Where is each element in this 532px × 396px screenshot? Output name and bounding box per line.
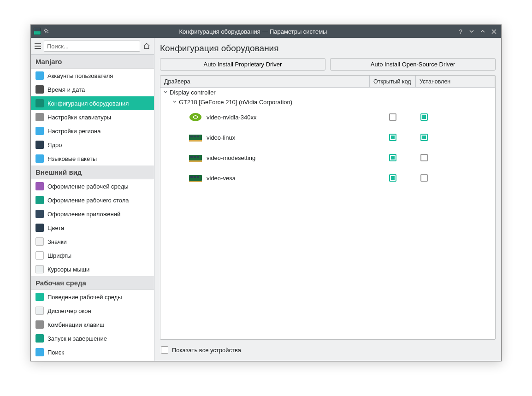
sidebar: ManjaroАккаунты пользователяВремя и дата… [31,38,154,361]
nav-item[interactable]: Аккаунты пользователя [31,69,154,83]
nav-item[interactable]: Настройки клавиатуры [31,110,154,124]
driver-name: video-modesetting [207,154,255,161]
col-driver[interactable]: Драйвера [160,76,370,87]
nav-item-label: Время и дата [47,86,85,93]
device-label[interactable]: GT218 [GeForce 210] (nVidia Corporation) [179,99,292,106]
close-button[interactable] [489,27,498,36]
svg-rect-16 [189,181,202,182]
home-icon[interactable] [142,41,151,51]
svg-rect-3 [190,136,193,137]
category-header: Внешний вид [31,165,154,179]
svg-rect-8 [190,156,193,158]
nav-item-label: Настройки региона [47,128,100,135]
nav-item[interactable]: Оформление рабочей среды [31,179,154,193]
help-button[interactable]: ? [456,27,465,36]
nav-item[interactable]: Ядро [31,138,154,152]
minimize-button[interactable] [467,27,476,36]
nav-item[interactable]: Настройки региона [31,124,154,138]
nav-item[interactable]: Шрифты [31,248,154,262]
nav-item-label: Курсоры мыши [47,266,89,273]
driver-icon [188,132,203,143]
maximize-button[interactable] [478,27,487,36]
nav-item-icon [35,182,44,190]
pin-icon[interactable] [42,26,52,36]
nav-item[interactable]: Запуск и завершение [31,331,154,345]
svg-rect-10 [197,156,199,158]
nav-item[interactable]: Конфигурация оборудования [31,96,154,110]
checkbox[interactable] [389,134,396,141]
nav-item[interactable]: Языковые пакеты [31,152,154,165]
nav-item[interactable]: Поведение рабочей среды [31,290,154,304]
svg-rect-9 [194,156,196,158]
driver-icon [188,152,203,163]
svg-rect-5 [197,136,199,137]
search-input[interactable] [44,41,140,52]
nav-item-icon [35,210,44,218]
driver-name: video-vesa [207,175,236,182]
nav-item-label: Конфигурация оборудования [47,100,129,107]
nav-item-label: Комбинации клавиш [47,321,105,328]
show-all-checkbox[interactable] [161,346,168,354]
driver-row[interactable]: video-nvidia-340xx [160,107,495,127]
nav-item-icon [35,237,44,246]
install-proprietary-button[interactable]: Auto Install Proprietary Driver [160,58,325,71]
nav-item-label: Поиск [47,349,64,356]
nav-item[interactable]: Комбинации клавиш [31,318,154,331]
nav-item-icon [35,334,44,343]
checkbox[interactable] [420,174,428,182]
checkbox[interactable] [389,113,396,121]
col-installed[interactable]: Установлен [416,76,495,87]
nav-item-label: Оформление рабочей среды [47,183,129,190]
tree-root-label[interactable]: Display controller [170,89,216,96]
nav-item-label: Поведение рабочей среды [47,294,122,301]
checkbox[interactable] [420,134,428,141]
checkbox[interactable] [389,154,396,161]
nav-item[interactable]: Диспетчер окон [31,304,154,318]
nav-item-icon [35,154,44,163]
nav-item-label: Языковые пакеты [47,155,97,162]
checkbox[interactable] [420,154,428,161]
nav-item-icon [35,85,44,94]
nav-item[interactable]: Цвета [31,221,154,235]
nav-item-icon [35,265,44,273]
driver-row[interactable]: video-vesa [160,168,495,188]
nav-item-icon [35,127,44,135]
nav-item[interactable]: Курсоры мыши [31,262,154,276]
titlebar: Конфигурация оборудования — Параметры си… [31,25,501,38]
nav-item[interactable]: Поиск [31,345,154,359]
window: Конфигурация оборудования — Параметры си… [30,24,502,361]
driver-row[interactable]: video-modesetting [160,148,495,168]
nav-item[interactable]: Оформление приложений [31,207,154,221]
nav-item-label: Запуск и завершение [47,335,107,342]
checkbox[interactable] [420,113,428,121]
nav-item-icon [35,307,44,315]
nav-item-icon [35,113,44,121]
table-body: Display controllerGT218 [GeForce 210] (n… [160,88,495,339]
nav-item-icon [35,348,44,356]
nav-item-label: Настройки клавиатуры [47,114,111,121]
nav-item-label: Аккаунты пользователя [47,72,113,79]
nav-item[interactable]: Оформление рабочего стола [31,193,154,207]
nav-item-label: Цвета [47,225,64,231]
checkbox[interactable] [389,174,396,182]
nav-item[interactable]: Время и дата [31,83,154,96]
install-opensource-button[interactable]: Auto Install Open-Source Driver [330,58,496,71]
col-open[interactable]: Открытый код [370,76,416,87]
drivers-table: Драйвера Открытый код Установлен Display… [160,75,496,340]
driver-row[interactable]: video-linux [160,127,495,148]
nav-item[interactable]: Значки [31,235,154,248]
nav-item-label: Диспетчер окон [47,307,91,314]
nav-item-label: Шрифты [47,252,71,259]
nav-list: ManjaroАккаунты пользователяВремя и дата… [31,55,154,361]
table-header: Драйвера Открытый код Установлен [160,76,495,88]
svg-rect-13 [190,176,193,178]
nav-item-label: Значки [47,238,67,245]
chevron-down-icon[interactable] [162,90,169,95]
app-icon [34,28,41,35]
driver-icon [188,112,203,123]
chevron-down-icon[interactable] [171,100,178,105]
svg-rect-14 [194,176,196,178]
svg-rect-15 [197,176,199,178]
svg-rect-6 [189,140,202,142]
menu-icon[interactable] [34,42,42,50]
